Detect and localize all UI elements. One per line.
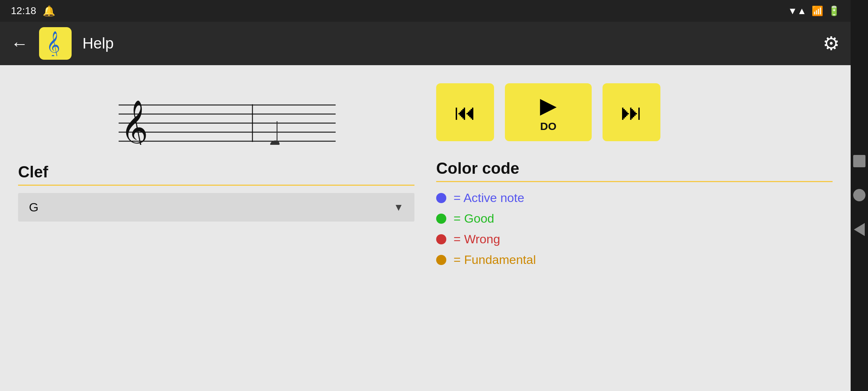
settings-icon[interactable]: ⚙ bbox=[823, 33, 840, 54]
good-label: = Good bbox=[454, 211, 494, 226]
wifi-icon: ▼▲ bbox=[788, 5, 807, 17]
svg-text:𝄞: 𝄞 bbox=[120, 101, 148, 145]
left-panel: 𝄞 Clef G ▼ bbox=[18, 80, 414, 377]
next-icon: ⏭ bbox=[621, 100, 642, 125]
list-item: = Active note bbox=[436, 191, 833, 205]
play-button[interactable]: ▶ DO bbox=[505, 83, 592, 141]
prev-button[interactable]: ⏮ bbox=[436, 83, 494, 141]
list-item: = Good bbox=[436, 211, 833, 226]
fundamental-dot bbox=[436, 255, 446, 265]
color-code-section: Color code = Active note = Good = Wrong bbox=[436, 159, 833, 267]
app-icon: 𝄞 bbox=[39, 27, 72, 60]
active-note-dot bbox=[436, 193, 446, 203]
wrong-label: = Wrong bbox=[454, 232, 500, 246]
back-button[interactable]: ← bbox=[11, 34, 28, 54]
clef-dropdown-value: G bbox=[29, 200, 38, 214]
right-panel: ⏮ ▶ DO ⏭ Color code = Active note bbox=[436, 80, 833, 377]
clef-dropdown[interactable]: G ▼ bbox=[18, 193, 414, 222]
fundamental-label: = Fundamental bbox=[454, 253, 536, 267]
good-dot bbox=[436, 214, 446, 224]
next-button[interactable]: ⏭ bbox=[603, 83, 660, 141]
list-item: = Fundamental bbox=[436, 253, 833, 267]
battery-icon: 🔋 bbox=[828, 5, 840, 17]
wrong-dot bbox=[436, 234, 446, 244]
play-icon: ▶ bbox=[540, 93, 557, 118]
android-square-button[interactable] bbox=[853, 155, 865, 167]
chevron-down-icon: ▼ bbox=[393, 202, 404, 213]
color-code-divider bbox=[436, 181, 833, 182]
android-nav-bar bbox=[851, 0, 868, 391]
app-bar: ← 𝄞 Help ⚙ bbox=[0, 22, 851, 65]
clef-section: Clef G ▼ bbox=[18, 163, 414, 222]
play-label: DO bbox=[540, 121, 557, 132]
clef-title: Clef bbox=[18, 163, 414, 181]
svg-point-9 bbox=[269, 140, 280, 145]
active-note-label: = Active note bbox=[454, 191, 524, 205]
color-items: = Active note = Good = Wrong = Fundament… bbox=[436, 191, 833, 267]
signal-icon: 📶 bbox=[812, 5, 823, 17]
android-home-button[interactable] bbox=[853, 189, 865, 201]
transport-buttons: ⏮ ▶ DO ⏭ bbox=[436, 80, 833, 141]
status-notification-icon: 🔔 bbox=[43, 5, 55, 17]
status-bar: 12:18 🔔 ▼▲ 📶 🔋 bbox=[0, 0, 851, 22]
svg-text:𝄞: 𝄞 bbox=[46, 31, 60, 56]
staff-notation: 𝄞 bbox=[18, 80, 414, 152]
page-title: Help bbox=[82, 35, 114, 52]
android-back-button[interactable] bbox=[854, 223, 865, 236]
prev-icon: ⏮ bbox=[454, 100, 476, 125]
status-time: 12:18 bbox=[11, 5, 36, 17]
list-item: = Wrong bbox=[436, 232, 833, 246]
clef-divider bbox=[18, 185, 414, 186]
color-code-title: Color code bbox=[436, 159, 833, 177]
